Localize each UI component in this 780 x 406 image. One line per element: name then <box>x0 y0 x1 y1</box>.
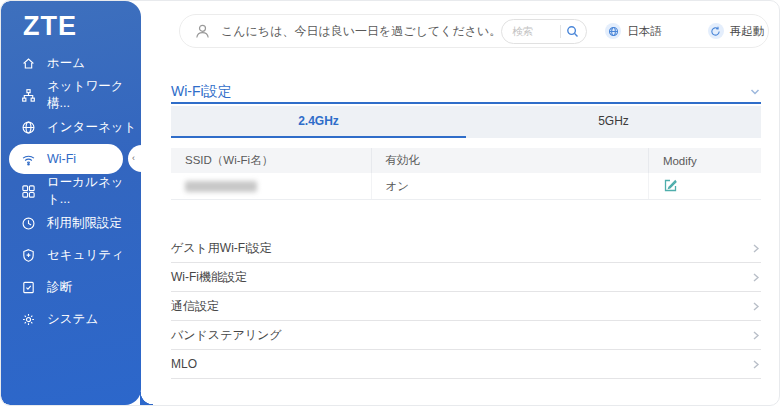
ssid-cell <box>171 173 372 199</box>
search-input[interactable] <box>512 25 560 37</box>
edit-icon[interactable] <box>663 178 679 194</box>
language-label: 日本語 <box>627 24 662 39</box>
link-label: MLO <box>171 357 197 371</box>
header-bar: こんにちは、今日は良い一日を過ごしてください。 日本語 再起動 ログアウト <box>179 14 769 48</box>
chevron-right-icon <box>750 359 761 370</box>
security-shield-icon <box>21 248 36 263</box>
restart-button[interactable]: 再起動 <box>708 23 765 39</box>
sidebar-item-system[interactable]: システム <box>1 303 141 335</box>
sidebar-menu: ホーム ネットワーク構... インターネット Wi-Fi <box>1 47 141 335</box>
chevron-down-icon[interactable] <box>749 86 761 98</box>
chevron-right-icon <box>750 272 761 283</box>
local-network-icon <box>21 184 36 199</box>
wifi-settings-section-header[interactable]: Wi-Fi設定 <box>171 81 761 104</box>
diagnosis-icon <box>21 280 36 295</box>
band-tabs: 2.4GHz 5GHz <box>171 106 761 138</box>
network-topology-icon <box>21 88 36 103</box>
search-box[interactable] <box>501 19 587 44</box>
sidebar-item-label: インターネット <box>47 119 136 136</box>
sidebar-item-label: 利用制限設定 <box>47 215 122 232</box>
enabled-cell: オン <box>372 173 649 199</box>
link-communication-settings[interactable]: 通信設定 <box>171 292 761 321</box>
sidebar-item-usage-limit[interactable]: 利用制限設定 <box>1 207 141 239</box>
table-header-row: SSID（Wi-Fi名） 有効化 Modify <box>171 148 761 173</box>
internet-globe-icon <box>21 120 36 135</box>
column-header-enabled: 有効化 <box>372 148 649 173</box>
language-globe-icon <box>605 23 621 39</box>
section-title: Wi-Fi設定 <box>171 83 232 101</box>
sidebar-item-local-network[interactable]: ローカルネット... <box>1 175 141 207</box>
sidebar-corner-accent <box>140 392 153 405</box>
chevron-right-icon <box>750 301 761 312</box>
sidebar-item-label: Wi-Fi <box>47 152 76 166</box>
link-label: 通信設定 <box>171 298 219 315</box>
sidebar-item-diagnosis[interactable]: 診断 <box>1 271 141 303</box>
sidebar-item-label: ローカルネット... <box>47 174 141 208</box>
chevron-right-icon <box>750 330 761 341</box>
sidebar-item-internet[interactable]: インターネット <box>1 111 141 143</box>
sidebar-collapse-toggle[interactable]: ‹ <box>128 145 155 172</box>
search-divider <box>560 25 561 38</box>
restart-label: 再起動 <box>730 24 765 39</box>
ssid-table: SSID（Wi-Fi名） 有効化 Modify オン <box>171 148 761 200</box>
link-mlo[interactable]: MLO <box>171 350 761 379</box>
link-label: ゲスト用Wi-Fi設定 <box>171 240 272 257</box>
restart-icon <box>708 23 724 39</box>
sidebar-item-label: ホーム <box>47 55 85 72</box>
link-wifi-functions[interactable]: Wi-Fi機能設定 <box>171 263 761 292</box>
tab-label: 5GHz <box>598 114 629 128</box>
usage-limit-icon <box>21 216 36 231</box>
language-button[interactable]: 日本語 <box>605 23 662 39</box>
table-row: オン <box>171 173 761 200</box>
modify-cell <box>649 173 761 199</box>
link-label: Wi-Fi機能設定 <box>171 269 247 286</box>
zte-logo: ZTE <box>23 11 77 42</box>
tab-5ghz[interactable]: 5GHz <box>466 106 761 138</box>
ssid-redacted-value <box>185 181 257 192</box>
tab-label: 2.4GHz <box>298 114 339 128</box>
sidebar-item-wifi[interactable]: Wi-Fi <box>9 144 123 174</box>
column-header-ssid: SSID（Wi-Fi名） <box>171 148 372 173</box>
sidebar-item-label: ネットワーク構... <box>47 78 141 112</box>
router-admin-window: ZTE ホーム ネットワーク構... インターネット <box>0 0 780 406</box>
sidebar: ZTE ホーム ネットワーク構... インターネット <box>1 1 141 405</box>
user-avatar-icon <box>193 22 212 41</box>
sidebar-item-home[interactable]: ホーム <box>1 47 141 79</box>
link-guest-wifi[interactable]: ゲスト用Wi-Fi設定 <box>171 234 761 263</box>
tab-2-4ghz[interactable]: 2.4GHz <box>171 106 466 138</box>
home-icon <box>21 56 36 71</box>
sidebar-item-security[interactable]: セキュリティ <box>1 239 141 271</box>
settings-link-list: ゲスト用Wi-Fi設定 Wi-Fi機能設定 通信設定 バンドステアリング MLO <box>171 234 761 379</box>
sidebar-item-label: システム <box>47 311 98 328</box>
column-header-modify: Modify <box>649 148 761 173</box>
collapse-arrow-icon: ‹ <box>128 154 135 163</box>
link-label: バンドステアリング <box>171 327 282 344</box>
greeting-text: こんにちは、今日は良い一日を過ごしてください。 <box>221 23 501 40</box>
sidebar-item-label: セキュリティ <box>47 247 124 264</box>
link-band-steering[interactable]: バンドステアリング <box>171 321 761 350</box>
system-gear-icon <box>21 312 36 327</box>
sidebar-item-network-config[interactable]: ネットワーク構... <box>1 79 141 111</box>
search-icon[interactable] <box>566 25 579 38</box>
wifi-icon <box>21 152 36 167</box>
sidebar-item-label: 診断 <box>47 279 72 296</box>
chevron-right-icon <box>750 243 761 254</box>
